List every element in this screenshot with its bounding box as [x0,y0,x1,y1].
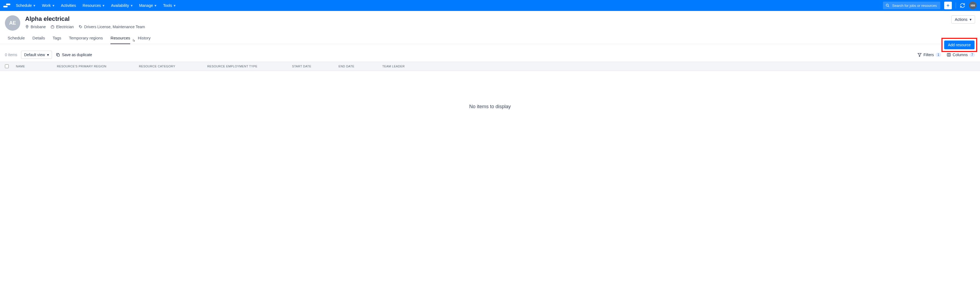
nav-activities[interactable]: Activities [61,3,76,8]
user-avatar[interactable]: HH [969,2,977,9]
duplicate-icon [56,53,60,57]
filters-button[interactable]: Filters 1 [917,53,941,57]
tab-history[interactable]: History [138,35,151,44]
global-search[interactable] [883,2,940,9]
empty-state: No items to display [0,71,980,142]
global-add-button[interactable] [944,2,952,9]
columns-icon [947,53,951,57]
app-logo[interactable] [3,3,11,8]
view-label: Default view [24,53,45,57]
nav-label: Schedule [16,3,32,8]
svg-rect-0 [3,6,8,7]
chevron-down-icon: ▾ [154,3,156,8]
col-start-date[interactable]: START DATE [292,65,339,68]
chevron-down-icon: ▾ [33,3,35,8]
svg-point-6 [27,26,28,27]
avatar-initials: AE [9,20,16,26]
location-pin-icon [25,25,29,29]
columns-button[interactable]: Columns 7 [947,53,975,57]
add-resource-button[interactable]: Add resource [944,40,975,49]
search-icon [886,3,889,7]
meta-line: Brisbane Electrician Drivers License, Ma… [25,25,947,29]
svg-marker-10 [918,53,921,57]
briefcase-icon [51,25,54,29]
col-name[interactable]: NAME [16,65,57,68]
page-header: AE Alpha electrical Brisbane Electrician… [0,11,980,31]
nav-items: Schedule▾ Work▾ Activities Resources▾ Av… [16,3,175,8]
nav-manage[interactable]: Manage▾ [139,3,157,8]
meta-tags: Drivers License, Maintenance Team [79,25,145,29]
svg-rect-9 [57,54,60,56]
chevron-down-icon: ▾ [52,3,54,8]
chevron-down-icon: ▾ [173,3,175,8]
view-selector[interactable]: Default view ▾ [21,51,52,59]
columns-label: Columns [953,53,968,57]
select-all-checkbox[interactable] [5,64,9,68]
nav-work[interactable]: Work▾ [42,3,54,8]
title-block: Alpha electrical Brisbane Electrician Dr… [25,15,947,29]
top-nav: Schedule▾ Work▾ Activities Resources▾ Av… [0,0,980,11]
tab-resources[interactable]: Resources [110,35,130,44]
chevron-down-icon: ▾ [131,3,133,8]
actions-button[interactable]: Actions ▾ [951,15,975,24]
filter-icon [917,53,922,57]
meta-location: Brisbane [25,25,46,29]
empty-message: No items to display [469,104,511,109]
chevron-down-icon: ▾ [970,17,972,22]
svg-line-3 [888,6,889,7]
add-resource-highlight: Add resource [942,38,977,52]
columns-count: 7 [969,53,975,57]
chevron-down-icon: ▾ [103,3,105,8]
tab-schedule[interactable]: Schedule [8,35,25,44]
filters-count: 1 [935,53,941,57]
tabs: Schedule Details Tags Temporary regions … [0,31,980,44]
nav-label: Manage [139,3,153,8]
table-header: NAME RESOURCE'S PRIMARY REGION RESOURCE … [0,62,980,71]
cursor-pointer-icon [132,38,135,42]
nav-divider [956,2,956,8]
select-all-cell [5,64,16,68]
page-title: Alpha electrical [25,15,947,22]
search-input[interactable] [892,3,938,8]
col-employment-type[interactable]: RESOURCE EMPLOYMENT TYPE [207,65,292,68]
meta-role: Electrician [51,25,74,29]
filters-label: Filters [923,53,934,57]
tab-details[interactable]: Details [33,35,45,44]
svg-rect-1 [6,3,10,5]
svg-rect-7 [51,26,54,28]
list-toolbar: 0 items Default view ▾ Save as duplicate… [0,44,980,62]
nav-schedule[interactable]: Schedule▾ [16,3,35,8]
nav-label: Resources [83,3,101,8]
meta-location-text: Brisbane [30,25,46,29]
nav-right: HH [883,2,977,9]
nav-label: Activities [61,3,76,8]
actions-label: Actions [955,17,967,22]
col-end-date[interactable]: END DATE [339,65,382,68]
col-primary-region[interactable]: RESOURCE'S PRIMARY REGION [57,65,139,68]
nav-resources[interactable]: Resources▾ [83,3,105,8]
nav-label: Work [42,3,51,8]
svg-rect-11 [947,53,950,56]
tag-icon [79,25,83,29]
sync-icon[interactable] [960,3,965,8]
nav-tools[interactable]: Tools▾ [163,3,175,8]
col-resource-category[interactable]: RESOURCE CATEGORY [139,65,207,68]
col-team-leader[interactable]: TEAM LEADER [382,65,420,68]
nav-label: Availability [111,3,129,8]
plus-icon [946,3,950,7]
chevron-down-icon: ▾ [47,53,49,57]
meta-tags-text: Drivers License, Maintenance Team [84,25,145,29]
duplicate-label: Save as duplicate [62,53,92,57]
toolbar-right: Filters 1 Columns 7 [917,53,975,57]
tab-tags[interactable]: Tags [52,35,61,44]
svg-point-2 [886,4,888,6]
save-as-duplicate[interactable]: Save as duplicate [56,53,92,57]
svg-point-8 [80,26,80,26]
item-count: 0 items [5,53,17,57]
nav-label: Tools [163,3,172,8]
record-avatar: AE [5,15,20,31]
user-initials: HH [971,4,975,7]
nav-availability[interactable]: Availability▾ [111,3,133,8]
tab-temporary-regions[interactable]: Temporary regions [69,35,103,44]
meta-role-text: Electrician [56,25,74,29]
